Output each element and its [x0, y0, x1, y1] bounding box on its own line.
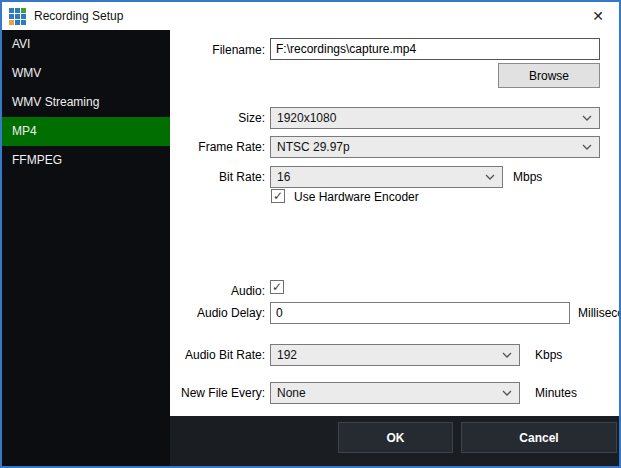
- titlebar: Recording Setup ✕: [2, 2, 619, 30]
- filename-input[interactable]: [270, 38, 600, 60]
- check-icon: ✓: [272, 280, 282, 294]
- window-title: Recording Setup: [34, 9, 123, 23]
- bit-rate-label: Bit Rate:: [170, 170, 265, 184]
- chevron-down-icon: [501, 349, 513, 361]
- size-dropdown[interactable]: 1920x1080: [270, 107, 600, 129]
- bit-rate-unit: Mbps: [513, 170, 542, 184]
- chevron-down-icon: [484, 171, 496, 183]
- sidebar-item-mp4[interactable]: MP4: [2, 117, 170, 146]
- frame-rate-label: Frame Rate:: [170, 140, 265, 154]
- cancel-button[interactable]: Cancel: [461, 422, 617, 453]
- audio-bit-rate-value: 192: [277, 348, 501, 362]
- chevron-down-icon: [581, 141, 593, 153]
- ok-button[interactable]: OK: [338, 422, 453, 453]
- sidebar-item-wmv[interactable]: WMV: [2, 59, 170, 88]
- sidebar-item-ffmpeg[interactable]: FFMPEG: [2, 146, 170, 175]
- audio-bit-rate-unit: Kbps: [535, 348, 562, 362]
- frame-rate-value: NTSC 29.97p: [277, 140, 581, 154]
- check-icon: ✓: [273, 189, 283, 203]
- size-value: 1920x1080: [277, 111, 581, 125]
- audio-checkbox[interactable]: ✓: [270, 280, 284, 294]
- audio-delay-input[interactable]: [270, 302, 570, 324]
- sidebar-item-wmv-streaming[interactable]: WMV Streaming: [2, 88, 170, 117]
- frame-rate-dropdown[interactable]: NTSC 29.97p: [270, 136, 600, 158]
- sidebar-item-avi[interactable]: AVI: [2, 30, 170, 59]
- new-file-every-label: New File Every:: [170, 386, 265, 400]
- audio-delay-label: Audio Delay:: [170, 306, 265, 320]
- footer-bar: OK Cancel: [170, 416, 619, 466]
- format-sidebar: AVI WMV WMV Streaming MP4 FFMPEG: [2, 30, 170, 466]
- hardware-encoder-label: Use Hardware Encoder: [294, 190, 419, 204]
- size-label: Size:: [170, 111, 265, 125]
- bit-rate-value: 16: [277, 170, 484, 184]
- app-logo-grid-icon: [9, 8, 26, 25]
- close-icon[interactable]: ✕: [577, 2, 619, 30]
- new-file-every-dropdown[interactable]: None: [270, 382, 520, 404]
- filename-label: Filename:: [170, 43, 265, 57]
- chevron-down-icon: [581, 112, 593, 124]
- audio-label: Audio:: [170, 284, 265, 298]
- new-file-every-value: None: [277, 386, 501, 400]
- audio-bit-rate-label: Audio Bit Rate:: [170, 348, 265, 362]
- settings-panel: Filename: Browse Size: 1920x1080 Frame R…: [170, 30, 619, 466]
- hardware-encoder-checkbox[interactable]: ✓: [271, 189, 285, 203]
- dialog-body: AVI WMV WMV Streaming MP4 FFMPEG Filenam…: [2, 30, 619, 466]
- browse-button[interactable]: Browse: [498, 63, 600, 88]
- audio-bit-rate-dropdown[interactable]: 192: [270, 344, 520, 366]
- bit-rate-dropdown[interactable]: 16: [270, 166, 503, 188]
- chevron-down-icon: [501, 387, 513, 399]
- recording-setup-dialog: Recording Setup ✕ AVI WMV WMV Streaming …: [0, 0, 621, 468]
- new-file-every-unit: Minutes: [535, 386, 577, 400]
- audio-delay-unit: Milliseconds: [578, 306, 621, 320]
